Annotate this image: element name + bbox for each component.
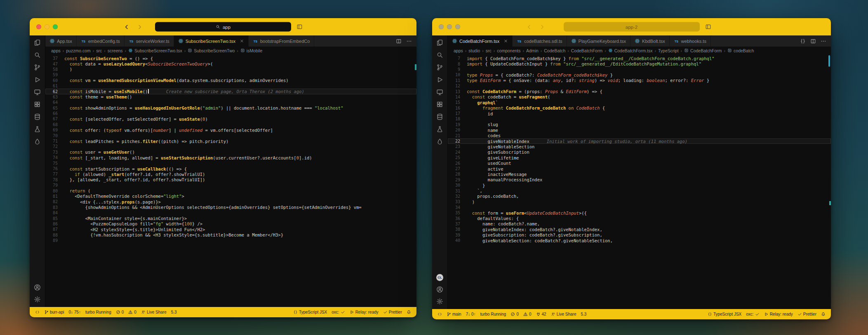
code-line[interactable]: 19 slug — [448, 122, 831, 127]
breadcrumb-item[interactable]: CodeBatch — [544, 48, 565, 53]
relay-status[interactable]: Relay: ready — [762, 309, 795, 319]
close-icon[interactable] — [503, 39, 508, 43]
code-line[interactable]: 29 manualProcessingIndex — [448, 177, 831, 183]
code-line[interactable]: 83 {showAdminOptions && <AdminUserOption… — [45, 205, 416, 210]
code-line[interactable]: 40 giveNotableSection: codeBatch?.giveNo… — [448, 238, 831, 243]
code-line[interactable]: 76 const startSubscription = useCallback… — [45, 166, 416, 171]
code-line[interactable]: 70 — [45, 133, 416, 138]
code-line[interactable]: 18 — [448, 116, 831, 122]
code-line[interactable]: 86 <PuzzmoCapsuleLogo fill="fg" width={1… — [45, 221, 416, 227]
breadcrumb-item[interactable]: SubscribeScreenTwo.tsx — [128, 48, 182, 53]
language-mode[interactable]: TypeScript JSX — [706, 309, 743, 319]
settings-gear-icon[interactable] — [436, 298, 443, 305]
run-debug-icon[interactable] — [34, 76, 41, 83]
braces-icon[interactable] — [800, 38, 806, 44]
code-line[interactable]: 14 const codeBatch = useFragment( — [448, 94, 831, 100]
code-line[interactable]: 75 — [45, 160, 416, 166]
code-line[interactable]: 30 } — [448, 183, 831, 188]
code-line[interactable]: 58 ) — [45, 67, 416, 72]
prettier-status[interactable]: Prettier — [795, 309, 819, 319]
code-line[interactable]: 72 — [45, 144, 416, 149]
tab[interactable]: PlayGameKeyboard.tsx — [567, 35, 631, 47]
code-line[interactable]: 31 `, — [448, 188, 831, 193]
prettier-status[interactable]: Prettier — [381, 307, 404, 317]
account-icon[interactable] — [436, 286, 443, 293]
code-line[interactable]: 20 name — [448, 127, 831, 133]
database-icon[interactable] — [34, 113, 41, 120]
scrollbar-thumb[interactable] — [828, 55, 830, 67]
code-line[interactable]: 82 <div {...stylex.props(s.page)}> — [45, 199, 416, 204]
breadcrumb-item[interactable]: isMobile — [240, 48, 263, 53]
code-line[interactable]: 36 defaultValues: { — [448, 216, 831, 221]
errors-status[interactable]: 0 — [508, 309, 521, 319]
code-line[interactable]: 27 active — [448, 166, 831, 171]
titlebar[interactable]: app-2 — [432, 18, 831, 35]
errors-status[interactable]: 0 — [114, 307, 126, 317]
close-window-button[interactable] — [439, 24, 444, 29]
code-line[interactable]: 25 giveLifetime — [448, 155, 831, 160]
code-line[interactable]: 37 name: codeBatch?.name, — [448, 221, 831, 227]
code-line[interactable]: 61 — [45, 83, 416, 89]
layout-icon[interactable] — [705, 24, 711, 30]
warnings-status[interactable]: 0 — [126, 307, 139, 317]
titlebar[interactable]: app — [30, 18, 416, 35]
files-icon[interactable] — [436, 39, 443, 46]
tab[interactable]: SubscribeScreenTwo.tsx — [174, 35, 249, 47]
tab[interactable]: TSbootstrapFromEmbedCo — [249, 35, 314, 47]
command-center[interactable]: app-2 — [564, 22, 700, 32]
code-line[interactable]: 62 const isMobile = useIsMobile()Create … — [45, 89, 416, 94]
code-line[interactable]: 7import { CodeBatchForm_codeBatch$key } … — [448, 56, 831, 61]
code-line[interactable]: 34 — [448, 205, 831, 210]
code-line[interactable]: 60 const vm = useSharedSubscriptionViewM… — [45, 78, 416, 83]
breadcrumb-item[interactable]: CodeBatchForm — [571, 48, 602, 53]
ports-status[interactable]: 42 — [534, 309, 548, 319]
zoom-window-button[interactable] — [455, 24, 460, 29]
code-line[interactable]: 88 {!vm.hasSubscription && <H3 stylexSty… — [45, 232, 416, 238]
account-icon[interactable] — [34, 284, 41, 291]
code-line[interactable]: 12 — [448, 83, 831, 89]
code-line[interactable]: 65 const showAdminOptions = useHasLogged… — [45, 105, 416, 111]
testing-icon[interactable] — [34, 126, 41, 133]
code-line[interactable]: 85 <MainContainer style={s.mainContainer… — [45, 216, 416, 221]
editor[interactable]: 7import { CodeBatchForm_codeBatch$key } … — [448, 54, 831, 309]
git-branch-status[interactable]: burr-api — [42, 307, 66, 317]
breadcrumb-item[interactable]: screens — [108, 48, 123, 53]
code-line[interactable]: 89 — [45, 238, 416, 243]
code-line[interactable]: 32 props.codeBatch, — [448, 194, 831, 199]
remote-explorer-icon[interactable] — [436, 89, 443, 96]
code-line[interactable]: 13const CodeBatchForm = (props: Props & … — [448, 89, 831, 94]
live-share-status[interactable]: Live Share — [549, 309, 579, 319]
oxc-status[interactable]: oxc: — [329, 307, 347, 317]
code-line[interactable]: 67 const [selectedOffer, setSelectedOffe… — [45, 116, 416, 122]
breadcrumb-item[interactable]: SubscribeScreenTwo — [188, 48, 235, 53]
tab[interactable]: KbdBolt.tsx — [630, 35, 670, 47]
forward-arrow-icon[interactable] — [539, 24, 545, 30]
language-mode[interactable]: TypeScript JSX — [291, 307, 329, 317]
breadcrumb-item[interactable]: puzzmo.com — [66, 48, 91, 53]
split-editor-icon[interactable] — [396, 38, 402, 44]
source-control-icon[interactable] — [34, 64, 41, 71]
code-line[interactable]: 79 — [45, 183, 416, 188]
code-line[interactable]: 71 const leadPitches = pitches.filter((p… — [45, 138, 416, 144]
code-line[interactable]: 80 return ( — [45, 188, 416, 193]
code-line[interactable]: 11type EditForm = { onSave: (data: any, … — [448, 78, 831, 83]
code-line[interactable]: 37const SubscribeScreenTwo = () => { — [45, 56, 416, 61]
code-line[interactable]: 66 — [45, 111, 416, 116]
search-icon[interactable] — [436, 52, 443, 59]
turbo-status[interactable]: turbo Running — [478, 309, 508, 319]
tab[interactable]: TSwebhooks.ts — [670, 35, 711, 47]
code-line[interactable]: 35 const form = useForm<UpdateCodeBatchI… — [448, 210, 831, 216]
code-line[interactable]: 39 giveSubscription: codeBatch?.giveSubs… — [448, 232, 831, 238]
code-line[interactable]: 59 — [45, 72, 416, 77]
breadcrumb-item[interactable]: studio — [468, 48, 480, 53]
code-line[interactable]: 69 const offer: (typeof vm.offers)[numbe… — [45, 127, 416, 133]
code-line[interactable]: 84 — [45, 210, 416, 216]
version-status[interactable]: 5.3 — [579, 309, 588, 319]
notifications[interactable] — [819, 309, 828, 319]
code-line[interactable]: 10type Props = { codeBatch?: CodeBatchFo… — [448, 72, 831, 77]
remote-indicator[interactable] — [33, 307, 42, 317]
breadcrumb-item[interactable]: Admin — [526, 48, 539, 53]
tab[interactable]: CodeBatchForm.tsx — [448, 35, 513, 47]
settings-gear-icon[interactable] — [34, 296, 41, 303]
breadcrumb-item[interactable]: apps — [51, 48, 61, 53]
